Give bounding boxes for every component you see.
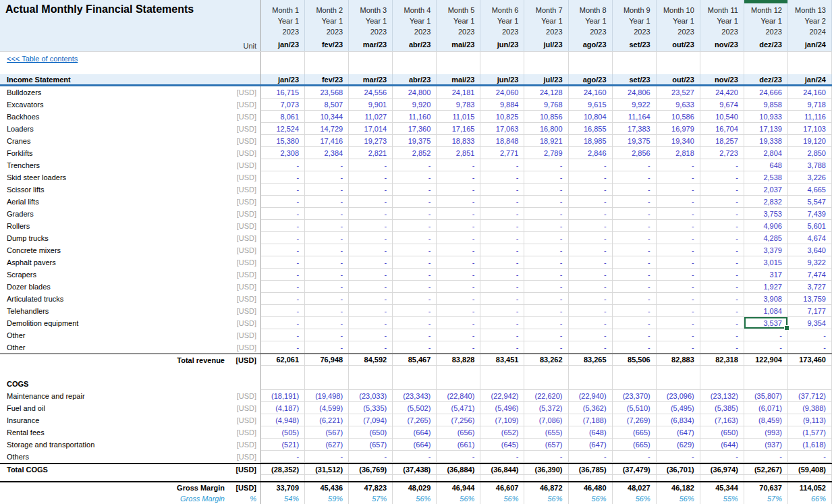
table-cell[interactable]: 56% bbox=[393, 493, 437, 504]
table-cell[interactable]: - bbox=[437, 269, 480, 281]
table-cell[interactable]: 18,848 bbox=[480, 135, 524, 147]
table-cell[interactable]: - bbox=[305, 293, 349, 305]
table-cell[interactable]: - bbox=[657, 171, 700, 184]
table-cell[interactable]: 3,379 bbox=[744, 244, 788, 256]
row-label[interactable]: Other bbox=[0, 329, 230, 341]
table-cell[interactable]: - bbox=[349, 256, 393, 269]
table-cell[interactable]: 10,804 bbox=[569, 111, 613, 123]
table-cell[interactable]: - bbox=[700, 281, 744, 293]
table-cell[interactable] bbox=[480, 378, 524, 390]
table-cell[interactable]: (652) bbox=[480, 426, 524, 439]
column-header-month-12[interactable]: Month 12Year 12023dez/23 bbox=[744, 0, 788, 51]
table-cell[interactable]: 54% bbox=[261, 493, 305, 504]
table-cell[interactable]: 15,380 bbox=[261, 135, 305, 147]
table-cell[interactable]: - bbox=[349, 159, 393, 171]
table-cell[interactable]: - bbox=[305, 208, 349, 220]
table-cell[interactable]: - bbox=[700, 451, 744, 463]
table-cell[interactable] bbox=[305, 378, 349, 390]
column-header-month-6[interactable]: Month 6Year 12023jun/23 bbox=[480, 0, 524, 51]
table-cell[interactable]: - bbox=[437, 281, 480, 293]
table-cell[interactable]: 2,851 bbox=[437, 147, 480, 159]
table-cell[interactable]: dez/23 bbox=[744, 74, 788, 84]
table-cell[interactable] bbox=[613, 65, 657, 74]
table-cell[interactable]: (8,459) bbox=[744, 414, 788, 426]
table-cell[interactable]: - bbox=[480, 317, 524, 329]
table-cell[interactable]: (9,388) bbox=[788, 402, 832, 414]
row-label[interactable]: Bulldozers bbox=[0, 86, 230, 99]
table-cell[interactable]: - bbox=[393, 232, 437, 244]
table-cell[interactable]: (5,362) bbox=[569, 402, 613, 414]
table-cell[interactable]: (6,834) bbox=[657, 414, 700, 426]
table-cell[interactable]: - bbox=[480, 232, 524, 244]
table-cell[interactable]: (505) bbox=[261, 426, 305, 439]
table-cell[interactable]: - bbox=[393, 171, 437, 184]
table-cell[interactable]: 8,507 bbox=[305, 99, 349, 111]
table-cell[interactable]: - bbox=[261, 451, 305, 463]
table-cell[interactable] bbox=[305, 65, 349, 74]
table-cell[interactable] bbox=[349, 52, 393, 65]
table-cell[interactable]: (665) bbox=[613, 426, 657, 439]
table-cell[interactable]: 17,014 bbox=[349, 123, 393, 135]
table-cell[interactable]: - bbox=[437, 232, 480, 244]
table-cell[interactable]: - bbox=[700, 244, 744, 256]
table-cell[interactable]: - bbox=[437, 293, 480, 305]
table-cell[interactable]: - bbox=[524, 341, 568, 354]
table-cell[interactable]: - bbox=[480, 269, 524, 281]
table-cell[interactable]: 84,592 bbox=[349, 354, 393, 366]
table-cell[interactable] bbox=[744, 475, 788, 481]
table-cell[interactable]: 1,084 bbox=[744, 305, 788, 317]
table-cell[interactable]: 19,273 bbox=[349, 135, 393, 147]
table-cell[interactable]: - bbox=[569, 196, 613, 208]
table-cell[interactable] bbox=[700, 65, 744, 74]
table-cell[interactable]: jan/23 bbox=[261, 74, 305, 84]
table-cell[interactable]: 18,257 bbox=[700, 135, 744, 147]
table-cell[interactable]: 3,226 bbox=[788, 171, 832, 184]
row-label[interactable]: Cranes bbox=[0, 135, 230, 147]
table-cell[interactable]: (5,385) bbox=[700, 402, 744, 414]
table-cell[interactable] bbox=[744, 65, 788, 74]
table-cell[interactable]: - bbox=[349, 293, 393, 305]
table-cell[interactable]: (36,390) bbox=[524, 464, 568, 475]
table-cell[interactable]: (36,769) bbox=[349, 464, 393, 475]
table-cell[interactable]: 3,015 bbox=[744, 256, 788, 269]
table-cell[interactable]: 46,944 bbox=[437, 482, 480, 493]
table-cell[interactable]: 11,160 bbox=[393, 111, 437, 123]
table-cell[interactable]: - bbox=[349, 171, 393, 184]
table-cell[interactable]: (5,495) bbox=[657, 402, 700, 414]
table-cell[interactable]: - bbox=[569, 317, 613, 329]
table-cell[interactable]: 16,855 bbox=[569, 123, 613, 135]
table-cell[interactable] bbox=[305, 366, 349, 378]
table-cell[interactable]: 18,921 bbox=[524, 135, 568, 147]
table-cell[interactable]: (4,187) bbox=[261, 402, 305, 414]
table-cell[interactable]: - bbox=[524, 451, 568, 463]
row-label[interactable]: Excavators bbox=[0, 99, 230, 111]
table-cell[interactable]: - bbox=[261, 305, 305, 317]
table-cell[interactable]: (37,712) bbox=[788, 390, 832, 402]
table-cell[interactable]: 17,139 bbox=[744, 123, 788, 135]
table-cell[interactable]: - bbox=[657, 305, 700, 317]
table-cell[interactable]: - bbox=[261, 220, 305, 232]
table-cell[interactable]: 56% bbox=[569, 493, 613, 504]
table-cell[interactable]: 4,285 bbox=[744, 232, 788, 244]
table-cell[interactable] bbox=[569, 366, 613, 378]
table-cell[interactable]: (7,109) bbox=[480, 414, 524, 426]
table-cell[interactable]: 66% bbox=[788, 493, 832, 504]
table-cell[interactable]: 24,060 bbox=[480, 86, 524, 99]
table-cell[interactable]: - bbox=[569, 451, 613, 463]
table-cell[interactable]: - bbox=[480, 244, 524, 256]
table-cell[interactable]: (36,701) bbox=[657, 464, 700, 475]
table-cell[interactable] bbox=[437, 65, 480, 74]
table-cell[interactable]: - bbox=[744, 341, 788, 354]
table-cell[interactable]: - bbox=[657, 220, 700, 232]
table-cell[interactable]: - bbox=[393, 305, 437, 317]
table-cell[interactable]: - bbox=[613, 281, 657, 293]
table-cell[interactable] bbox=[744, 52, 788, 65]
table-cell[interactable]: (1,577) bbox=[788, 426, 832, 439]
row-label[interactable]: Forklifts bbox=[0, 147, 230, 159]
table-cell[interactable]: fev/23 bbox=[305, 74, 349, 84]
table-cell[interactable]: - bbox=[393, 341, 437, 354]
table-cell[interactable]: mai/23 bbox=[437, 74, 480, 84]
table-cell[interactable] bbox=[613, 475, 657, 481]
table-cell[interactable]: 2,832 bbox=[744, 196, 788, 208]
row-label[interactable]: Fuel and oil bbox=[0, 402, 230, 414]
